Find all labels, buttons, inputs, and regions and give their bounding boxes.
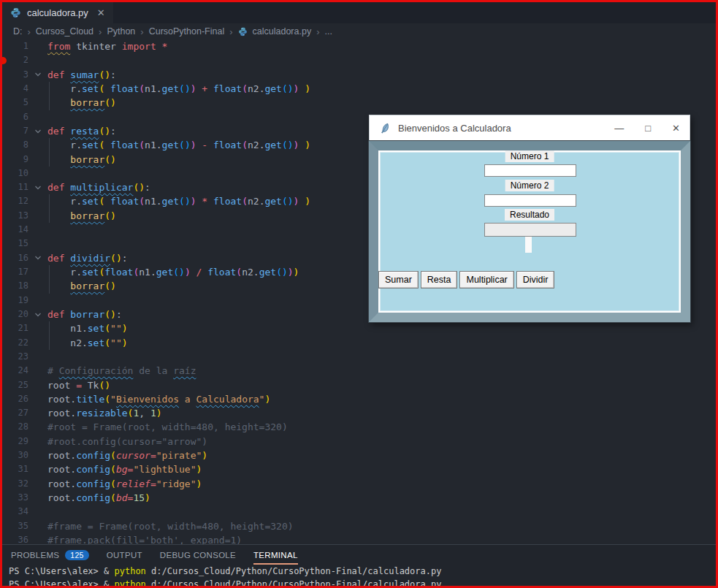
line-number: 20 bbox=[2, 308, 28, 321]
fold-chevron-icon[interactable] bbox=[28, 308, 47, 321]
code-line[interactable]: 28#root = Frame(root, width=480, height=… bbox=[2, 420, 716, 434]
breadcrumb-item[interactable]: D: bbox=[13, 26, 23, 37]
code-token: ) bbox=[264, 394, 270, 405]
code-token: ( bbox=[282, 83, 288, 94]
fold-gutter bbox=[28, 167, 47, 180]
code-token: ) bbox=[305, 196, 310, 207]
line-number: 35 bbox=[2, 519, 28, 533]
panel-tab-output[interactable]: OUTPUT bbox=[107, 545, 142, 565]
breadcrumb-item[interactable]: Cursos_Cloud bbox=[36, 26, 93, 37]
code-line[interactable]: 33root.config(bd=15) bbox=[2, 491, 716, 505]
panel-tab-problems[interactable]: PROBLEMS125 bbox=[11, 545, 89, 565]
code-token: a bbox=[179, 394, 196, 405]
code-line[interactable]: 30root.config(cursor="pirate") bbox=[2, 448, 716, 462]
code-token: ) bbox=[288, 267, 294, 278]
code-line[interactable]: 22 n2.set("") bbox=[2, 336, 716, 350]
maximize-button[interactable]: □ bbox=[645, 123, 651, 134]
code-line[interactable]: 23 bbox=[2, 350, 716, 364]
code-token: resta bbox=[70, 126, 99, 137]
panel-tab-terminal[interactable]: TERMINAL bbox=[253, 545, 298, 565]
tk-number-entry[interactable] bbox=[484, 194, 576, 207]
tk-small-entry[interactable] bbox=[525, 237, 532, 253]
code-token: ( bbox=[139, 83, 145, 94]
tk-result-entry[interactable] bbox=[484, 223, 576, 237]
panel-tab-label: OUTPUT bbox=[107, 551, 142, 560]
code-line[interactable]: 35#frame = Frame(root, width=480, height… bbox=[2, 519, 716, 533]
code-token: get bbox=[264, 140, 281, 150]
code-line[interactable]: 1from tkinter import * bbox=[2, 39, 716, 53]
code-token: float bbox=[213, 196, 242, 207]
code-token: ( bbox=[139, 140, 145, 150]
code-line[interactable]: 32root.config(relief="ridge") bbox=[2, 477, 716, 491]
code-token: 15 bbox=[133, 492, 145, 503]
code-token: ) bbox=[288, 140, 294, 150]
code-token: + bbox=[196, 83, 213, 94]
code-line[interactable]: 26root.title("Bienvenidos a Calculadora"… bbox=[2, 392, 716, 406]
tk-button-multiplicar[interactable]: Multiplicar bbox=[459, 271, 513, 289]
code-token: ) bbox=[185, 83, 191, 94]
code-token: def bbox=[47, 253, 70, 264]
code-line[interactable]: 4 r.set( float(n1.get()) + float(n2.get(… bbox=[2, 82, 716, 96]
panel-tab-label: TERMINAL bbox=[253, 551, 298, 560]
tk-button-resta[interactable]: Resta bbox=[421, 271, 458, 289]
code-line[interactable]: 5 borrar() bbox=[2, 96, 716, 110]
line-number: 13 bbox=[2, 209, 28, 223]
code-text: borrar() bbox=[47, 153, 116, 167]
breadcrumb-item[interactable]: CursoPython-Final bbox=[149, 26, 225, 37]
close-button[interactable]: ✕ bbox=[672, 123, 680, 134]
code-token: #root.config(cursor="arrow") bbox=[47, 436, 207, 447]
code-line[interactable]: 24# Configuración de la raíz bbox=[2, 364, 716, 378]
tk-number-entry[interactable] bbox=[484, 164, 576, 177]
code-token: n1. bbox=[47, 323, 88, 334]
tk-button-sumar[interactable]: Sumar bbox=[378, 271, 419, 289]
code-token: set bbox=[82, 196, 99, 207]
code-line[interactable]: 25root = Tk() bbox=[2, 378, 716, 392]
terminal-output[interactable]: PS C:\Users\alex> & python d:/Cursos_Clo… bbox=[2, 565, 716, 586]
line-number: 27 bbox=[2, 406, 28, 420]
minimize-button[interactable]: — bbox=[614, 123, 624, 134]
fold-chevron-icon[interactable] bbox=[28, 124, 47, 138]
code-token: Calculadora bbox=[196, 394, 259, 405]
code-line[interactable]: 3def sumar(): bbox=[2, 68, 716, 82]
tab-close-icon[interactable]: ✕ bbox=[97, 7, 105, 18]
code-token: ( bbox=[139, 196, 145, 207]
code-line[interactable]: 2 bbox=[2, 53, 716, 67]
line-number: 29 bbox=[2, 435, 28, 448]
fold-chevron-icon[interactable] bbox=[28, 251, 47, 265]
code-line[interactable]: 34 bbox=[2, 505, 716, 519]
code-token: ( bbox=[173, 267, 179, 278]
code-token: n1. bbox=[145, 196, 161, 207]
code-token: de la bbox=[133, 365, 173, 376]
code-line[interactable]: 31root.config(bg="lightblue") bbox=[2, 462, 716, 476]
code-token: get bbox=[162, 140, 179, 150]
code-token: ( bbox=[179, 140, 185, 150]
code-token: config bbox=[76, 478, 110, 489]
breadcrumb-item[interactable]: calculadora.py bbox=[253, 26, 312, 37]
code-token: , bbox=[139, 408, 150, 419]
fold-chevron-icon[interactable] bbox=[28, 180, 47, 194]
line-number: 28 bbox=[2, 420, 28, 434]
line-number: 32 bbox=[2, 477, 28, 491]
code-token: ) bbox=[185, 267, 191, 278]
breadcrumb-item[interactable]: Python bbox=[107, 26, 135, 37]
code-line[interactable]: 27root.resizable(1, 1) bbox=[2, 406, 716, 420]
fold-gutter bbox=[28, 53, 47, 67]
code-text: root.config(bd=15) bbox=[47, 491, 150, 505]
code-token: ) bbox=[202, 450, 207, 461]
fold-gutter bbox=[28, 448, 47, 462]
tab-calculadora-py[interactable]: calculadora.py ✕ bbox=[2, 2, 113, 23]
code-token: ) bbox=[139, 182, 145, 193]
code-line[interactable]: 21 n1.set("") bbox=[2, 321, 716, 335]
code-token: config bbox=[76, 464, 110, 475]
line-number: 11 bbox=[2, 180, 28, 194]
panel-tab-debug-console[interactable]: DEBUG CONSOLE bbox=[160, 545, 236, 565]
code-token: ) bbox=[196, 464, 202, 475]
code-line[interactable]: 29#root.config(cursor="arrow") bbox=[2, 435, 716, 448]
tk-button-dividir[interactable]: Dividir bbox=[516, 271, 555, 289]
code-token: bd= bbox=[116, 492, 133, 503]
code-token bbox=[104, 196, 110, 207]
tk-title-bar[interactable]: Bienvenidos a Calculadora — □ ✕ bbox=[369, 115, 690, 141]
tk-label: Resultado bbox=[505, 209, 554, 221]
fold-chevron-icon[interactable] bbox=[28, 68, 47, 82]
breadcrumb-item[interactable]: ... bbox=[324, 26, 332, 37]
